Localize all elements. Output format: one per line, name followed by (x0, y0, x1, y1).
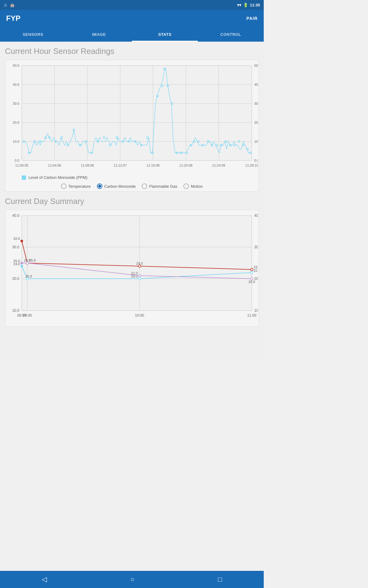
svg-text:11:12:07: 11:12:07 (114, 164, 127, 167)
co-legend-label: Level of Carbon Monoxide (PPM) (29, 175, 87, 180)
svg-text:11:20:08: 11:20:08 (179, 164, 193, 167)
svg-text:10.0: 10.0 (254, 140, 258, 143)
tab-control[interactable]: CONTROL (198, 27, 264, 42)
tab-sensors[interactable]: SENSORS (0, 27, 66, 42)
radio-motion-outer[interactable] (183, 183, 189, 189)
svg-text:10.0: 10.0 (13, 140, 19, 143)
svg-text:22.0: 22.0 (254, 269, 258, 272)
status-bar: ⚠ 🤖 ▾▾ 🔋 11:35 (0, 0, 264, 10)
day-chart-title: Current Day Summary (5, 197, 259, 206)
svg-text:20.0: 20.0 (12, 277, 20, 281)
svg-text:20.0: 20.0 (13, 121, 19, 124)
svg-text:0.0: 0.0 (254, 159, 258, 162)
svg-point-110 (21, 265, 23, 267)
android-icon: 🤖 (10, 3, 15, 7)
svg-text:11:08:06: 11:08:06 (81, 164, 94, 167)
time-display: 11:35 (250, 3, 260, 7)
svg-point-120 (138, 274, 141, 277)
day-section: Current Day Summary (5, 197, 259, 327)
day-chart-svg: 08:57 09:00 10:00 11:00 40.0 30.0 20.0 1… (6, 213, 258, 323)
day-chart-box: 08:57 09:00 10:00 11:00 40.0 30.0 20.0 1… (5, 210, 259, 327)
warning-icon: ⚠ (4, 3, 7, 7)
svg-text:50.0: 50.0 (13, 64, 19, 67)
radio-motion[interactable]: Motion (183, 183, 203, 189)
svg-text:30.0: 30.0 (13, 102, 19, 105)
svg-text:11:28:10: 11:28:10 (245, 164, 258, 167)
app-title: FYP (6, 14, 21, 23)
svg-text:30.0: 30.0 (254, 245, 258, 249)
svg-text:11:16:08: 11:16:08 (147, 164, 160, 167)
co-swatch (22, 175, 26, 180)
radio-carbon-monoxide-label: Carbon Monoxide (104, 184, 136, 189)
svg-point-104 (138, 265, 141, 267)
svg-text:11:04:06: 11:04:06 (48, 164, 61, 167)
svg-text:40.0: 40.0 (13, 83, 19, 86)
svg-text:0.0: 0.0 (15, 159, 19, 162)
wifi-icon: ▾▾ (237, 3, 241, 7)
svg-text:40.0: 40.0 (254, 213, 258, 218)
tab-stats[interactable]: STATS (132, 27, 198, 42)
svg-point-102 (21, 240, 23, 242)
svg-text:25.0: 25.0 (29, 258, 36, 262)
svg-point-105 (251, 268, 253, 271)
svg-text:20.0: 20.0 (25, 274, 32, 278)
hour-chart-svg: 11:00:05 11:04:06 11:08:06 11:12:07 11:1… (6, 62, 258, 173)
svg-text:11:00: 11:00 (247, 313, 256, 318)
radio-flammable-gas-label: Flammable Gas (149, 184, 177, 189)
radio-legend: Temperature Carbon Monoxide Flammable Ga… (6, 183, 257, 189)
svg-text:10:00: 10:00 (135, 313, 144, 318)
svg-point-112 (138, 277, 141, 280)
svg-text:32.0: 32.0 (13, 237, 20, 240)
radio-motion-label: Motion (191, 184, 203, 189)
radio-temperature-outer[interactable] (61, 183, 67, 189)
pair-button[interactable]: PAIR (247, 16, 258, 21)
tab-bar: SENSORS IMAGE STATS CONTROL (0, 27, 264, 42)
radio-carbon-monoxide-inner (98, 185, 101, 188)
radio-flammable-gas[interactable]: Flammable Gas (142, 183, 177, 189)
svg-text:30.0: 30.0 (12, 245, 20, 249)
svg-rect-0 (22, 66, 252, 160)
svg-point-119 (26, 262, 29, 264)
svg-text:30.0: 30.0 (254, 102, 258, 105)
hour-section: Current Hour Sensor Readings (5, 47, 259, 192)
svg-text:20.0: 20.0 (254, 121, 258, 124)
svg-text:25.0: 25.0 (13, 259, 20, 263)
legend-co-swatch-row: Level of Carbon Monoxide (PPM) (6, 174, 257, 181)
hour-chart-box: 11:00:05 11:04:06 11:08:06 11:12:07 11:1… (5, 60, 259, 192)
svg-text:10.0: 10.0 (12, 308, 20, 313)
status-icons-left: ⚠ 🤖 (4, 3, 15, 7)
svg-text:10.0: 10.0 (254, 308, 258, 313)
svg-point-118 (21, 262, 23, 264)
radio-temperature-label: Temperature (68, 184, 91, 189)
svg-point-121 (251, 277, 253, 280)
radio-carbon-monoxide-outer[interactable] (97, 183, 102, 189)
svg-text:40.0: 40.0 (12, 213, 20, 218)
svg-text:40.0: 40.0 (254, 83, 258, 86)
radio-temperature[interactable]: Temperature (61, 183, 91, 189)
svg-text:50.0: 50.0 (254, 64, 258, 67)
svg-text:11:24:09: 11:24:09 (212, 164, 225, 167)
svg-text:11:00:05: 11:00:05 (15, 164, 29, 167)
svg-text:20.0: 20.0 (248, 280, 255, 284)
radio-flammable-gas-outer[interactable] (142, 183, 147, 189)
status-icons-right: ▾▾ 🔋 11:35 (237, 3, 260, 7)
app-bar: FYP PAIR (0, 10, 264, 27)
hour-chart-title: Current Hour Sensor Readings (5, 47, 259, 56)
svg-point-113 (251, 271, 253, 274)
svg-text:21.0: 21.0 (131, 271, 138, 275)
battery-icon: 🔋 (243, 3, 248, 7)
radio-carbon-monoxide[interactable]: Carbon Monoxide (97, 183, 136, 189)
tab-image[interactable]: IMAGE (66, 27, 132, 42)
svg-text:24.0: 24.0 (136, 262, 143, 265)
main-content: Current Hour Sensor Readings (0, 42, 264, 360)
svg-text:09:00: 09:00 (23, 313, 32, 318)
